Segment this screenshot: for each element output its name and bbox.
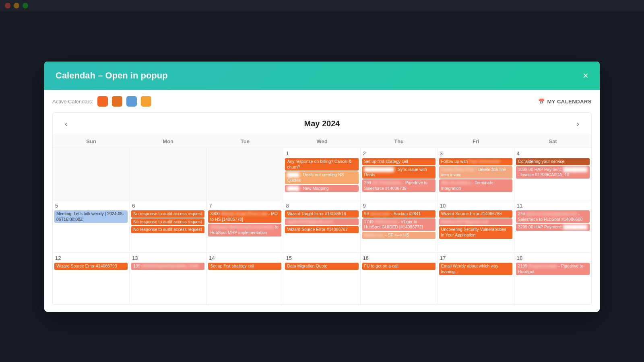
event-fri10-2[interactable]: Uncovering Security Vulnerabilities in Y… [439, 226, 512, 239]
calendar-color-4[interactable] [141, 96, 151, 107]
calendar-icon: 📅 [538, 99, 545, 105]
event-fri3-2[interactable]: Alta Innovations - Terminate Integration [439, 179, 512, 192]
calendar-modal: Calendah – Open in popup × Active Calend… [44, 62, 600, 312]
day-num-6: 6 [131, 203, 204, 209]
day-num-2: 2 [362, 150, 436, 156]
cell-sat-11[interactable]: 11 299 jason.ecoclear@gmail.com - Salesf… [514, 200, 591, 253]
cell-empty-2 [130, 148, 206, 200]
header-fri: Fri [438, 135, 514, 148]
month-year-title: May 2024 [304, 119, 340, 128]
day-num-13: 13 [131, 255, 204, 261]
day-num-12: 12 [54, 255, 128, 261]
day-num-3: 3 [439, 150, 512, 156]
cell-mon-13[interactable]: 13 199 ORDERS@NP@GMAIL.COM [130, 253, 206, 305]
event-thu9-0[interactable]: 99 winos.com - Backup #2841 [362, 210, 436, 218]
event-fri3-0[interactable]: Follow up with Paul Schurander [439, 158, 512, 165]
event-thu16-0[interactable]: FU to get on a call [362, 263, 436, 270]
event-mon6-1[interactable]: No response to audit access request [131, 218, 204, 226]
cell-thu-2[interactable]: 2 Set up first strategy call ██████████ … [361, 148, 438, 200]
header-mon: Mon [130, 135, 206, 148]
cell-empty-1 [53, 148, 130, 200]
event-sun12-0[interactable]: Wizard Source Error #14086793 [54, 263, 128, 270]
event-wed8-1[interactable]: wpdev6252@gmail.com [285, 218, 358, 226]
event-sat18-0[interactable]: 2199 Progressmaker - Pipedrive to HubSpo… [516, 263, 590, 275]
day-num-1: 1 [285, 150, 358, 156]
cell-thu-9[interactable]: 9 99 winos.com - Backup #2841 1749 FileO… [361, 200, 438, 253]
event-wed1-2[interactable]: ████ - New Mapping [285, 185, 358, 192]
cell-thu-16[interactable]: 16 FU to get on a call [361, 253, 438, 305]
cell-wed-15[interactable]: 15 Data Migration Quote [283, 253, 360, 305]
event-sat4-0[interactable]: Considering your service [516, 158, 590, 165]
next-month-button[interactable]: › [572, 117, 583, 130]
event-wed15-0[interactable]: Data Migration Quote [285, 263, 358, 270]
event-sat4-1[interactable]: 1099.00 HAP Payment: ████████ - Invoice … [516, 166, 590, 179]
day-headers: Sun Mon Tue Wed Thu Fri Sat [53, 135, 591, 148]
calendar-color-3[interactable] [126, 96, 137, 107]
event-wed1-1[interactable]: ████ - Deals not creating NS Quotes [285, 171, 358, 184]
calendar-container: ‹ May 2024 › Sun Mon Tue Wed Thu Fri Sat [52, 112, 592, 305]
calendars-label: Active Calendars: [52, 99, 93, 105]
header-tue: Tue [206, 135, 283, 148]
day-num-16: 16 [362, 255, 436, 261]
day-num-9: 9 [362, 203, 436, 209]
my-calendars-button[interactable]: 📅 MY CALENDARS [538, 99, 592, 105]
event-fri3-1[interactable]: Candy Brian Prop - Delete $1k line item … [439, 166, 512, 179]
event-fri10-1[interactable]: littleben1027@gmail.com [439, 218, 512, 226]
calendar-color-2[interactable] [112, 96, 122, 107]
modal-title: Calendah – Open in popup [56, 70, 168, 81]
modal-close-button[interactable]: × [583, 71, 588, 80]
cell-tue-7[interactable]: 7 3900 Altitude Angel [Pixel Lab] - MD t… [206, 200, 283, 253]
cell-sun-12[interactable]: 12 Wizard Source Error #14086793 [53, 253, 130, 305]
cell-fri-10[interactable]: 10 Wizard Source Error #14086788 littleb… [438, 200, 514, 253]
cell-tue-14[interactable]: 14 Set up first strategy call [206, 253, 283, 305]
header-sat: Sat [514, 135, 591, 148]
event-sun5-0[interactable]: Meeting: Let's talk wendy | 2024-05-06T1… [54, 210, 128, 223]
cell-sat-4[interactable]: 4 Considering your service 1099.00 HAP P… [514, 148, 591, 200]
my-calendars-label: MY CALENDARS [547, 99, 592, 105]
event-mon13-0[interactable]: 199 ORDERS@NP@GMAIL.COM [131, 263, 204, 270]
event-thu9-2[interactable]: Alarris Inc. - SF <--> HS [362, 232, 436, 239]
header-sun: Sun [53, 135, 130, 148]
event-tue14-0[interactable]: Set up first strategy call [208, 263, 281, 270]
cell-wed-8[interactable]: 8 Wizard Target Error #14086516 wpdev625… [283, 200, 360, 253]
event-tue7-0[interactable]: 3900 Altitude Angel [Pixel Lab] - MD to … [208, 210, 281, 223]
event-thu2-2[interactable]: 299 DZ Productions - Pipedrive to Salesf… [362, 179, 436, 192]
event-tue7-1[interactable]: Jetsweep Mailchimp/Connectwise to HubSpo… [208, 224, 281, 236]
day-num-18: 18 [516, 255, 590, 261]
cell-wed-1[interactable]: 1 Any response on billing? Cancel & chur… [283, 148, 360, 200]
modal-body: Active Calendars: 📅 MY CALENDARS ‹ May 2… [44, 90, 600, 312]
day-num-14: 14 [208, 255, 281, 261]
day-num-5: 5 [54, 203, 128, 209]
cell-fri-3[interactable]: 3 Follow up with Paul Schurander Candy B… [438, 148, 514, 200]
event-fri10-0[interactable]: Wizard Source Error #14086788 [439, 210, 512, 218]
event-wed8-2[interactable]: Wizard Source Error #14086767 [285, 226, 358, 233]
cell-sun-5[interactable]: 5 Meeting: Let's talk wendy | 2024-05-06… [53, 200, 130, 253]
day-num-17: 17 [439, 255, 512, 261]
event-wed1-0[interactable]: Any response on billing? Cancel & churn? [285, 158, 358, 171]
calendar-nav: ‹ May 2024 › [53, 113, 591, 135]
event-thu2-0[interactable]: Set up first strategy call [362, 158, 436, 165]
calendar-color-1[interactable] [97, 96, 108, 107]
week-2: 5 Meeting: Let's talk wendy | 2024-05-06… [53, 200, 591, 253]
prev-month-button[interactable]: ‹ [61, 117, 72, 130]
event-mon6-2[interactable]: No response to audit access request [131, 226, 204, 233]
week-1: 1 Any response on billing? Cancel & chur… [53, 148, 591, 200]
event-sat11-0[interactable]: 299 jason.ecoclear@gmail.com - Salesforc… [516, 210, 590, 223]
event-thu2-1[interactable]: ██████████ - Sync issue with Deals [362, 166, 436, 179]
day-num-11: 11 [516, 203, 590, 209]
cell-sat-18[interactable]: 18 2199 Progressmaker - Pipedrive to Hub… [514, 253, 591, 305]
modal-header: Calendah – Open in popup × [44, 62, 600, 90]
event-wed8-0[interactable]: Wizard Target Error #14086516 [285, 210, 358, 218]
modal-overlay: Calendah – Open in popup × Active Calend… [0, 0, 644, 362]
cell-fri-17[interactable]: 17 Email Wendy about which way leaning..… [438, 253, 514, 305]
event-thu9-1[interactable]: 1749 FileOnQ Inc - vTiger to HubSpot GUI… [362, 218, 436, 231]
day-num-10: 10 [439, 203, 512, 209]
event-mon6-0[interactable]: No response to audit access request [131, 210, 204, 218]
header-thu: Thu [361, 135, 438, 148]
event-sat11-1[interactable]: 3299.00 HAP Payment: ████████ [516, 224, 590, 231]
day-num-7: 7 [208, 203, 281, 209]
event-fri17-0[interactable]: Email Wendy about which way leaning... [439, 263, 512, 275]
calendars-bar: Active Calendars: 📅 MY CALENDARS [52, 96, 592, 107]
header-wed: Wed [283, 135, 360, 148]
cell-mon-6[interactable]: 6 No response to audit access request No… [130, 200, 206, 253]
